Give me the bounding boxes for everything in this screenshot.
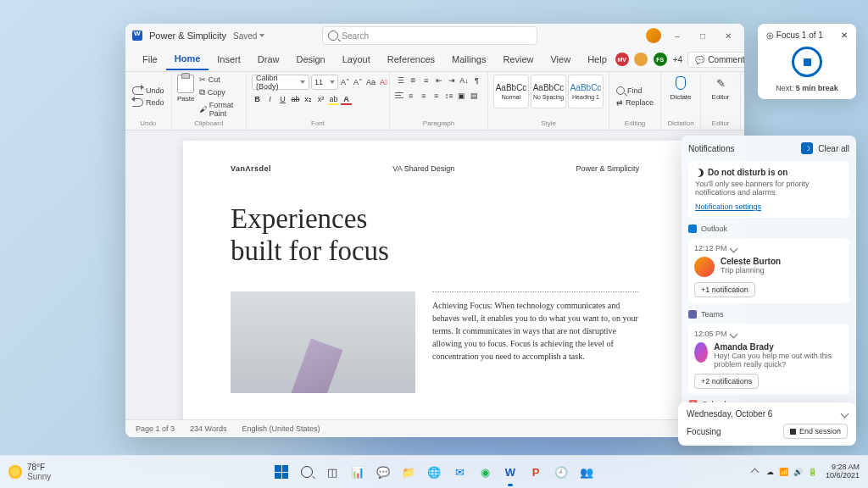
more-notifications-chip[interactable]: +1 notification <box>694 282 755 297</box>
undo-button[interactable]: Undo <box>131 86 166 96</box>
replace-button[interactable]: ⇄Replace <box>615 97 655 108</box>
grow-font-button[interactable]: A˄ <box>340 77 351 88</box>
tab-insert[interactable]: Insert <box>209 49 249 69</box>
format-painter-button[interactable]: Format Paint <box>198 100 241 119</box>
spotify-button[interactable]: ◉ <box>474 461 496 483</box>
align-center-button[interactable]: ≡ <box>405 90 416 101</box>
word-taskbar-button[interactable]: W <box>499 461 521 483</box>
document-canvas[interactable]: VanΛrsdel VA Shared Design Power & Simpl… <box>125 130 744 419</box>
superscript-button[interactable]: x² <box>315 93 326 104</box>
close-button[interactable]: ✕ <box>719 26 737 45</box>
tab-home[interactable]: Home <box>166 48 209 70</box>
italic-button[interactable]: I <box>264 93 275 104</box>
style-normal[interactable]: AaBbCcNormal <box>493 75 529 108</box>
align-right-button[interactable]: ≡ <box>418 90 429 101</box>
highlight-button[interactable]: ab <box>328 93 339 104</box>
font-color-button[interactable]: A <box>341 93 352 104</box>
shrink-font-button[interactable]: A˅ <box>353 77 364 88</box>
explorer-button[interactable]: 📁 <box>398 461 420 483</box>
chevron-down-icon[interactable] <box>729 244 737 252</box>
decrease-indent-button[interactable]: ⇤ <box>433 75 444 86</box>
tray-overflow-button[interactable] <box>751 468 760 476</box>
cut-button[interactable]: Cut <box>198 75 241 85</box>
language-status[interactable]: English (United States) <box>242 424 320 433</box>
tab-design[interactable]: Design <box>287 49 333 69</box>
mail-button[interactable]: ✉ <box>448 461 470 483</box>
clear-all-button[interactable]: Clear all <box>818 144 849 153</box>
style-nospacing[interactable]: AaBbCcNo Spacing <box>531 75 566 108</box>
paste-button[interactable]: Paste <box>177 75 195 103</box>
tab-help[interactable]: Help <box>579 49 615 69</box>
copy-button[interactable]: Copy <box>198 86 241 98</box>
presence-user-3[interactable]: FS <box>653 52 668 67</box>
clear-formatting-button[interactable]: A⃠ <box>378 77 389 88</box>
tab-layout[interactable]: Layout <box>334 49 379 69</box>
presence-user-1[interactable]: MV <box>615 53 629 66</box>
align-left-button[interactable] <box>395 92 403 99</box>
tab-references[interactable]: References <box>379 49 443 69</box>
teams-button[interactable]: 👥 <box>576 461 598 483</box>
powerpoint-button[interactable]: P <box>525 461 547 483</box>
document-page[interactable]: VanΛrsdel VA Shared Design Power & Simpl… <box>183 141 687 419</box>
editor-button[interactable]: Editor <box>706 75 735 101</box>
find-button[interactable]: Find <box>615 86 644 96</box>
font-name-select[interactable]: Calibri (Body) <box>252 75 309 90</box>
change-case-button[interactable]: Aa <box>365 77 376 88</box>
tab-view[interactable]: View <box>542 49 579 69</box>
increase-indent-button[interactable]: ⇥ <box>446 75 457 86</box>
chat-button[interactable]: 💬 <box>372 461 394 483</box>
chevron-down-icon[interactable] <box>729 330 737 338</box>
save-status[interactable]: Saved <box>233 31 264 41</box>
close-focus-button[interactable]: ✕ <box>841 30 848 40</box>
presence-overflow[interactable]: +4 <box>673 55 682 64</box>
minimize-button[interactable]: – <box>668 26 687 45</box>
battery-icon[interactable]: 🔋 <box>808 468 817 476</box>
edge-button[interactable]: 🌐 <box>423 461 445 483</box>
clock-app-button[interactable]: 🕘 <box>550 461 572 483</box>
numbering-button[interactable] <box>408 75 419 86</box>
notification-settings-link[interactable]: Notification settings <box>695 202 761 211</box>
justify-button[interactable]: ≡ <box>431 90 442 101</box>
more-notifications-chip[interactable]: +2 notifications <box>694 374 759 389</box>
maximize-button[interactable]: □ <box>693 26 712 45</box>
word-count[interactable]: 234 Words <box>190 424 226 433</box>
tab-draw[interactable]: Draw <box>249 49 288 69</box>
underline-button[interactable]: U <box>277 93 288 104</box>
widgets-button[interactable]: 📊 <box>347 461 369 483</box>
font-size-select[interactable]: 11 <box>311 75 338 90</box>
teams-notification-card[interactable]: 12:05 PM Amanda Brady Hey! Can you help … <box>688 324 849 395</box>
sort-button[interactable]: A↓ <box>459 75 470 86</box>
wifi-icon[interactable]: 📶 <box>779 468 788 476</box>
chevron-down-icon[interactable] <box>841 410 849 419</box>
tab-review[interactable]: Review <box>494 49 542 69</box>
start-button[interactable] <box>270 461 292 483</box>
comments-button[interactable]: Comments <box>687 52 744 68</box>
cloud-icon[interactable]: ☁ <box>766 468 774 476</box>
show-marks-button[interactable]: ¶ <box>471 75 482 86</box>
task-view-button[interactable]: ◫ <box>321 461 343 483</box>
search-input[interactable]: Search <box>322 26 537 45</box>
volume-icon[interactable]: 🔊 <box>793 468 803 476</box>
strikethrough-button[interactable]: ab <box>290 93 301 104</box>
line-spacing-button[interactable]: ↕≡ <box>443 90 454 101</box>
end-session-button[interactable]: End session <box>783 424 848 439</box>
page-number[interactable]: Page 1 of 3 <box>136 424 175 433</box>
shading-button[interactable]: ▣ <box>456 90 467 101</box>
presence-user-2[interactable] <box>634 53 648 66</box>
focus-ring[interactable] <box>792 47 822 77</box>
clock[interactable]: 9:28 AM 10/6/2021 <box>826 463 860 480</box>
tab-mailings[interactable]: Mailings <box>443 49 494 69</box>
bold-button[interactable]: B <box>252 93 263 104</box>
multilevel-list-button[interactable]: ≡ <box>420 75 431 86</box>
bullets-button[interactable] <box>395 75 406 86</box>
subscript-button[interactable]: x₂ <box>303 93 314 104</box>
outlook-notification-card[interactable]: 12:12 PM Celeste Burton Trip planning +1… <box>688 238 849 303</box>
redo-button[interactable]: Redo <box>131 97 166 108</box>
user-avatar[interactable] <box>646 28 661 43</box>
weather-widget[interactable]: 78°FSunny <box>8 463 51 481</box>
dictate-button[interactable]: Dictate <box>666 75 695 101</box>
borders-button[interactable]: ▤ <box>469 90 480 101</box>
dnd-badge-icon[interactable]: ☽ <box>801 142 813 154</box>
tab-file[interactable]: File <box>134 49 166 69</box>
taskbar-search-button[interactable] <box>296 461 318 483</box>
